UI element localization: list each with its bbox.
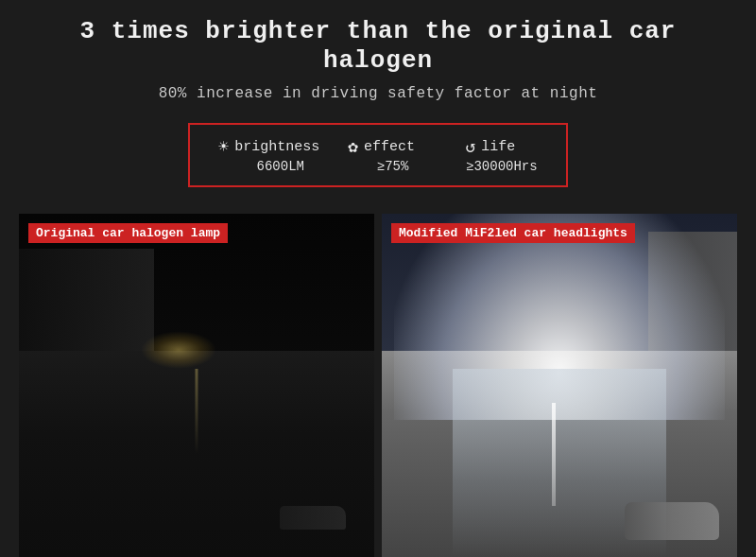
life-label: life [481,139,515,155]
life-header: ↺ life [465,136,515,157]
led-scene [382,214,737,557]
brightness-header: ☀ brightness [218,136,319,157]
halogen-scene [19,214,374,557]
effect-spec: ✿ effect ≥75% [348,136,415,174]
brightness-value: 6600LM [234,159,304,174]
life-value: ≥30000Hrs [443,159,538,174]
halogen-glow [141,331,216,369]
main-container: 3 times brighter than the original car h… [0,0,756,557]
brightness-spec: ☀ brightness 6600LM [218,136,319,174]
effect-header: ✿ effect [348,136,415,157]
effect-label: effect [364,139,415,155]
subheadline: 80% increase in driving safety factor at… [159,85,598,102]
halogen-road-line [196,369,198,455]
effect-icon: ✿ [348,136,358,157]
halogen-car [280,506,346,530]
specs-box: ☀ brightness 6600LM ✿ effect ≥75% ↺ life… [188,123,567,187]
led-comparison: Modified MiF2led car headlights [382,214,737,557]
halogen-comparison: Original car halogen lamp [19,214,374,557]
led-car [625,502,719,540]
brightness-icon: ☀ [218,136,229,157]
headline: 3 times brighter than the original car h… [19,17,737,76]
life-spec: ↺ life ≥30000Hrs [443,136,538,174]
life-icon: ↺ [465,136,475,157]
effect-value: ≥75% [354,159,409,174]
comparison-row: Original car halogen lamp Modified MiF2l… [19,214,737,557]
halogen-label: Original car halogen lamp [28,223,228,243]
led-road-markings [552,403,556,506]
led-label: Modified MiF2led car headlights [391,223,635,243]
brightness-label: brightness [234,139,319,155]
